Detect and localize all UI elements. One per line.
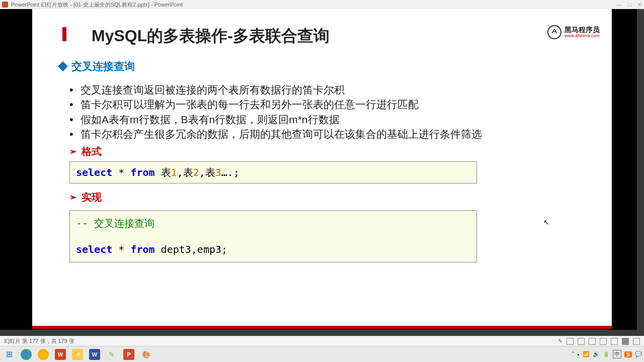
section-heading: 交叉连接查询 bbox=[59, 59, 585, 73]
slide-bottom-bar bbox=[32, 326, 612, 329]
slideshow-area[interactable]: MySQL的多表操作-多表联合查询 黑马程序员 www.itheima.com … bbox=[0, 9, 644, 336]
list-item: 笛卡尔积可以理解为一张表的每一行去和另外一张表的任意一行进行匹配 bbox=[80, 97, 585, 112]
sogou-icon[interactable]: S bbox=[624, 351, 632, 357]
logo-icon bbox=[547, 25, 561, 39]
format-label: 格式 bbox=[82, 145, 102, 158]
ime-icon[interactable]: 中 bbox=[613, 350, 621, 358]
slide: MySQL的多表操作-多表联合查询 黑马程序员 www.itheima.com … bbox=[32, 9, 612, 329]
network-icon[interactable]: 📶 bbox=[583, 351, 590, 357]
arrow-icon: ➢ bbox=[69, 146, 76, 157]
slide-counter: 幻灯片 第 177 张，共 179 张 bbox=[4, 337, 74, 345]
view-grid-icon[interactable] bbox=[611, 338, 618, 345]
title-bar: PowerPoint 幻灯片放映 - [01-史上最全的SQL教程2.pptx]… bbox=[0, 0, 644, 9]
code-comment: -- 交叉连接查询 bbox=[76, 216, 470, 231]
system-tray: ˄ ▪ 📶 🔊 🔋 中 S 💬 bbox=[572, 350, 642, 358]
notifications-icon[interactable]: 💬 bbox=[635, 351, 642, 357]
impl-label: 实现 bbox=[82, 191, 102, 204]
logo-url: www.itheima.com bbox=[565, 33, 600, 38]
list-item: 笛卡尔积会产生很多冗余的数据，后期的其他查询可以在该集合的基础上进行条件筛选 bbox=[80, 127, 585, 141]
minimize-button[interactable]: — bbox=[616, 2, 622, 8]
tray-app-icon[interactable]: ▪ bbox=[578, 351, 580, 357]
bullet-list: 交叉连接查询返回被连接的两个表所有数据行的笛卡尔积 笛卡尔积可以理解为一张表的每… bbox=[59, 82, 585, 142]
browser-icon[interactable] bbox=[36, 348, 50, 360]
view-reading-icon[interactable] bbox=[589, 338, 596, 345]
view-sorter-icon[interactable] bbox=[578, 338, 585, 345]
window-controls: — □ ✕ bbox=[616, 2, 642, 8]
section-title: 交叉连接查询 bbox=[71, 59, 135, 73]
close-button[interactable]: ✕ bbox=[637, 2, 642, 8]
diamond-icon bbox=[58, 61, 68, 71]
code-line: select * from dept3,emp3; bbox=[76, 242, 470, 257]
view-presenter-icon[interactable] bbox=[622, 338, 629, 345]
view-zoom-icon[interactable] bbox=[633, 338, 640, 345]
vertical-scrollbar[interactable] bbox=[637, 9, 644, 336]
battery-icon[interactable]: 🔋 bbox=[603, 351, 610, 357]
maximize-button[interactable]: □ bbox=[628, 2, 631, 8]
view-normal-icon[interactable] bbox=[567, 338, 574, 345]
status-right-icons: ✎ bbox=[558, 338, 640, 345]
wps-icon[interactable]: W bbox=[53, 348, 67, 360]
start-button[interactable]: ⊞ bbox=[2, 348, 16, 360]
impl-code-box: -- 交叉连接查询 select * from dept3,emp3; bbox=[69, 210, 477, 262]
taskbar: ⊞ W 📁 W ✎ P 🎨 ˄ ▪ 📶 🔊 🔋 中 S 💬 bbox=[0, 346, 644, 362]
pen-tool-icon[interactable]: ✎ bbox=[558, 338, 562, 344]
chrome-icon[interactable] bbox=[19, 348, 33, 360]
list-item: 交叉连接查询返回被连接的两个表所有数据行的笛卡尔积 bbox=[80, 82, 585, 97]
arrow-icon: ➢ bbox=[69, 192, 76, 203]
tool-icon[interactable]: ✎ bbox=[105, 348, 119, 360]
tray-chevron-icon[interactable]: ˄ bbox=[572, 351, 575, 357]
logo: 黑马程序员 www.itheima.com bbox=[547, 25, 600, 39]
powerpoint-icon bbox=[2, 2, 8, 8]
window-title: PowerPoint 幻灯片放映 - [01-史上最全的SQL教程2.pptx]… bbox=[11, 1, 183, 9]
word-icon[interactable]: W bbox=[88, 348, 102, 360]
slide-content: 交叉连接查询 交叉连接查询返回被连接的两个表所有数据行的笛卡尔积 笛卡尔积可以理… bbox=[32, 47, 612, 262]
slide-title: MySQL的多表操作-多表联合查询 bbox=[92, 25, 330, 47]
format-code-box: select * from 表1,表2,表3….; bbox=[69, 161, 477, 184]
volume-icon[interactable]: 🔊 bbox=[593, 351, 600, 357]
slide-header: MySQL的多表操作-多表联合查询 bbox=[32, 9, 612, 47]
status-bar: 幻灯片 第 177 张，共 179 张 ✎ bbox=[0, 336, 644, 346]
title-accent-bar bbox=[62, 27, 66, 41]
paint-icon[interactable]: 🎨 bbox=[139, 348, 153, 360]
format-heading: ➢ 格式 bbox=[69, 145, 585, 158]
explorer-icon[interactable]: 📁 bbox=[70, 348, 85, 360]
horizontal-scrollbar[interactable] bbox=[0, 330, 637, 336]
logo-text: 黑马程序员 bbox=[565, 26, 600, 33]
impl-heading: ➢ 实现 bbox=[69, 191, 585, 204]
view-slideshow-icon[interactable] bbox=[600, 338, 607, 345]
list-item: 假如A表有m行数据，B表有n行数据，则返回m*n行数据 bbox=[80, 112, 585, 127]
powerpoint-taskbar-icon[interactable]: P bbox=[122, 348, 136, 360]
